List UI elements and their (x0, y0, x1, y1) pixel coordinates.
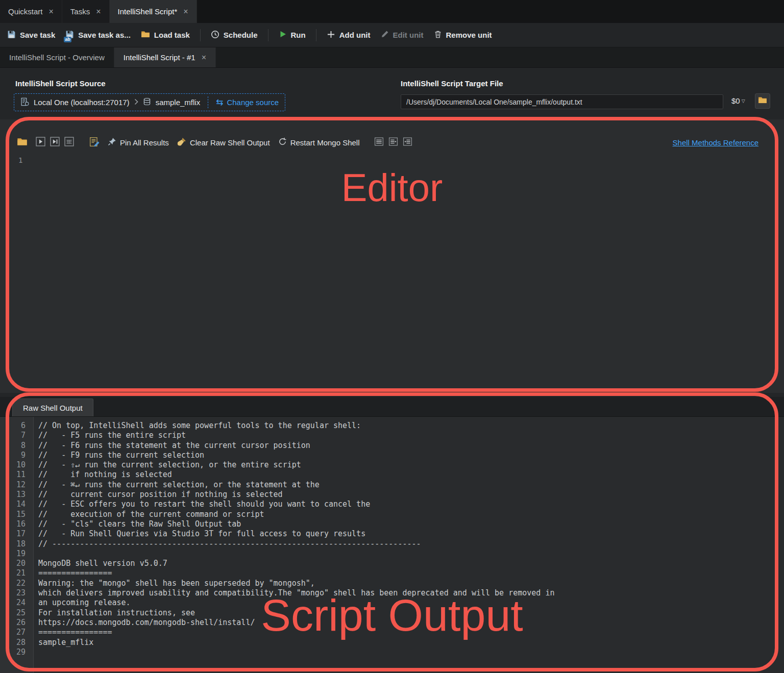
tab-quickstart[interactable]: Quickstart × (0, 0, 62, 23)
output-line: 24 an upcoming release. (0, 598, 784, 608)
pin-all-results-label: Pin All Results (120, 138, 169, 147)
output-line: 26 https://docs.mongodb.com/mongodb-shel… (0, 618, 784, 628)
line-text: // - F9 runs the current selection (26, 451, 204, 460)
output-line: 11 // if nothing is selected (0, 470, 784, 480)
line-text: https://docs.mongodb.com/mongodb-shell/i… (26, 618, 255, 628)
run-label: Run (291, 31, 306, 39)
toolbar-separator (316, 29, 316, 41)
folder-icon (141, 30, 150, 40)
close-icon[interactable]: × (49, 8, 54, 16)
output-list-view-icon[interactable] (374, 137, 384, 148)
line-text: // - ESC offers you to restart the shell… (26, 500, 370, 509)
plus-icon (327, 30, 335, 40)
tab-raw-shell-output[interactable]: Raw Shell Output (12, 398, 93, 416)
line-text: // On top, IntelliShell adds some powerf… (26, 421, 361, 431)
change-source-button[interactable]: ⇆ Change source (216, 97, 279, 108)
output-line: 17 // - Run Shell Queries via Studio 3T … (0, 529, 784, 539)
save-task-as-button[interactable]: ab Save task as... (65, 30, 131, 40)
restart-mongo-shell-button[interactable]: Restart Mongo Shell (278, 137, 360, 147)
raw-shell-output-panel: Raw Shell Output 6 // On top, IntelliShe… (0, 397, 784, 673)
line-text: // current cursor position if nothing is… (26, 490, 283, 500)
output-line: 6 // On top, IntelliShell adds some powe… (0, 421, 784, 431)
line-number: 7 (0, 431, 26, 440)
save-task-as-label: Save task as... (78, 31, 131, 39)
output-line: 14 // - ESC offers you to restart the sh… (0, 500, 784, 509)
raw-shell-output-tab-label: Raw Shell Output (23, 404, 83, 412)
edit-unit-label: Edit unit (393, 31, 424, 39)
close-icon[interactable]: × (96, 8, 101, 16)
output-line: 21 ================ (0, 568, 784, 578)
line-text: an upcoming release. (26, 598, 131, 608)
open-script-folder-icon[interactable] (17, 136, 28, 148)
line-text: // -------------------------------------… (26, 539, 421, 549)
swap-arrows-icon: ⇆ (216, 97, 223, 108)
clear-raw-shell-output-button[interactable]: Clear Raw Shell Output (177, 137, 270, 148)
output-line: 9 // - F9 runs the current selection (0, 451, 784, 460)
restart-icon (278, 137, 287, 147)
run-button[interactable]: Run (279, 30, 306, 40)
edit-unit-button[interactable]: Edit unit (381, 30, 424, 40)
target-variable-dropdown[interactable]: $0 ▽ (731, 96, 745, 105)
output-tab-bar: Raw Shell Output (0, 397, 784, 417)
schedule-button[interactable]: Schedule (211, 30, 258, 40)
output-lines: 6 // On top, IntelliShell adds some powe… (0, 421, 784, 657)
close-icon[interactable]: × (183, 8, 188, 16)
line-number: 25 (0, 608, 26, 618)
output-line: 25 For installation instructions, see (0, 608, 784, 618)
format-script-icon[interactable] (89, 137, 100, 148)
output-line: 23 which delivers improved usability and… (0, 588, 784, 598)
editor-panel[interactable]: Pin All Results Clear Raw Shell Output R… (0, 119, 784, 393)
studio3t-intellishell-window: { "colors": { "annotation_red": "#f3564c… (0, 0, 784, 673)
tab-quickstart-label: Quickstart (8, 7, 43, 16)
tab-tasks[interactable]: Tasks × (62, 0, 110, 23)
line-number: 16 (0, 519, 26, 529)
line-number: 23 (0, 588, 26, 598)
collapse-output-icon[interactable] (403, 137, 412, 148)
window-tab-bar: Quickstart × Tasks × IntelliShell Script… (0, 0, 784, 23)
shell-output-console[interactable]: 6 // On top, IntelliShell adds some powe… (0, 417, 784, 673)
line-number: 27 (0, 628, 26, 637)
close-icon[interactable]: × (202, 54, 206, 62)
browse-target-file-button[interactable] (755, 93, 770, 109)
output-line: 7 // - F5 runs the entire script (0, 431, 784, 440)
add-unit-button[interactable]: Add unit (327, 30, 371, 40)
line-text: ================ (26, 628, 112, 637)
target-file-input[interactable] (401, 94, 723, 109)
line-number: 24 (0, 598, 26, 608)
shell-methods-reference-link[interactable]: Shell Methods Reference (673, 138, 758, 147)
editor-line-number: 1 (18, 156, 22, 164)
line-text: // - Run Shell Queries via Studio 3T for… (26, 529, 365, 539)
tab-intellishell-script[interactable]: IntelliShell Script* × (110, 0, 197, 23)
run-selection-grid-icon[interactable] (64, 137, 74, 148)
load-task-label: Load task (154, 31, 190, 39)
line-text: // execution of the current command or s… (26, 510, 264, 519)
line-text: // - ⌘↵ runs the current selection, or t… (26, 480, 320, 490)
remove-unit-button[interactable]: Remove unit (434, 30, 492, 40)
expand-output-icon[interactable] (388, 137, 398, 148)
output-line: 28 sample_mflix (0, 638, 784, 647)
output-line: 22 Warning: the "mongo" shell has been s… (0, 579, 784, 588)
run-statement-icon[interactable] (50, 137, 60, 148)
save-icon (7, 30, 16, 40)
line-text: For installation instructions, see (26, 608, 195, 618)
script-source-box[interactable]: Local One (localhost:27017) sample_mflix… (14, 93, 285, 111)
line-number: 22 (0, 579, 26, 588)
output-line: 15 // execution of the current command o… (0, 510, 784, 519)
line-number: 20 (0, 559, 26, 568)
script-tab-bar: IntelliShell Script - Overview IntelliSh… (0, 47, 784, 68)
tab-intellishell-label: IntelliShell Script* (118, 7, 178, 16)
save-as-badge: ab (64, 37, 71, 42)
change-source-label: Change source (227, 98, 279, 107)
tab-intellishell-overview[interactable]: IntelliShell Script - Overview (0, 47, 114, 67)
line-text: // - F6 runs the statement at the curren… (26, 441, 310, 451)
save-task-label: Save task (20, 31, 55, 39)
source-database-label: sample_mflix (156, 98, 201, 107)
output-line: 18 // ----------------------------------… (0, 539, 784, 549)
toolbar-separator (268, 29, 268, 41)
connection-script-icon (20, 97, 29, 108)
pin-all-results-button[interactable]: Pin All Results (108, 137, 169, 147)
load-task-button[interactable]: Load task (141, 30, 190, 40)
save-task-button[interactable]: Save task (7, 30, 55, 40)
run-script-icon[interactable] (36, 137, 45, 148)
tab-intellishell-unit1[interactable]: IntelliShell Script - #1 × (114, 47, 216, 67)
